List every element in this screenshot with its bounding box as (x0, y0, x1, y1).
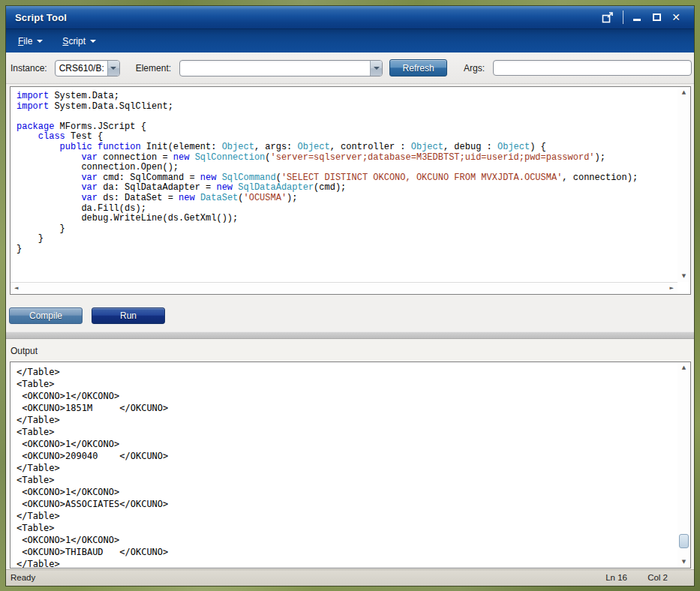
status-line-number: Ln 16 (605, 573, 627, 582)
maximize-button[interactable] (650, 11, 662, 23)
popout-icon[interactable] (602, 12, 615, 23)
window-title: Script Tool (6, 12, 67, 23)
title-bar[interactable]: Script Tool ✕ (6, 6, 694, 28)
desktop-background: Script Tool ✕ File (0, 0, 700, 591)
instance-combobox-dropdown-button[interactable] (107, 61, 119, 76)
menu-script[interactable]: Script (61, 34, 98, 49)
scroll-left-arrow-icon[interactable]: ◄ (14, 286, 18, 291)
scroll-right-arrow-icon[interactable]: ► (670, 286, 674, 291)
instance-combobox[interactable]: CRS610/B: (55, 60, 120, 76)
element-combobox-dropdown-button[interactable] (370, 61, 382, 76)
output-vertical-scrollbar[interactable]: ▲ ▼ (677, 362, 690, 568)
code-editor-content[interactable]: import System.Data;import System.Data.Sq… (11, 87, 677, 281)
instance-combobox-value: CRS610/B: (56, 61, 107, 76)
output-label: Output (11, 346, 38, 356)
compile-button[interactable]: Compile (9, 308, 83, 324)
output-content[interactable]: </Table><Table> <OKCONO>1</OKCONO> <OKCU… (11, 362, 677, 568)
maximize-icon (653, 14, 661, 21)
refresh-button[interactable]: Refresh (389, 59, 447, 76)
output-panel: Output </Table><Table> <OKCONO>1</OKCONO… (6, 339, 694, 569)
code-editor[interactable]: import System.Data;import System.Data.Sq… (10, 86, 691, 295)
close-button[interactable]: ✕ (670, 11, 682, 23)
scroll-down-arrow-icon[interactable]: ▼ (682, 560, 686, 565)
element-combobox-value (180, 61, 370, 76)
chevron-down-icon (90, 40, 96, 43)
scroll-up-arrow-icon[interactable]: ▲ (682, 90, 686, 95)
menu-script-label: Script (62, 36, 86, 46)
editor-workspace: import System.Data;import System.Data.Sq… (6, 84, 694, 332)
toolbar: Instance: CRS610/B: Element: Refresh Arg… (6, 52, 694, 84)
args-label: Args: (464, 63, 485, 74)
menu-file[interactable]: File (17, 34, 44, 49)
menu-file-label: File (18, 36, 32, 46)
menu-bar: File Script (6, 28, 694, 52)
output-area[interactable]: </Table><Table> <OKCONO>1</OKCONO> <OKCU… (10, 362, 691, 568)
action-buttons: Compile Run (9, 308, 165, 324)
args-input[interactable] (493, 60, 692, 76)
status-column-number: Col 2 (647, 573, 668, 582)
minimize-button[interactable] (631, 11, 643, 23)
run-button[interactable]: Run (92, 308, 165, 324)
scrollbar-thumb[interactable] (679, 534, 689, 548)
minimize-icon (633, 19, 641, 21)
status-ready-text: Ready (11, 573, 35, 582)
instance-label: Instance: (11, 63, 47, 74)
window-controls: ✕ (602, 10, 694, 24)
chevron-down-icon (110, 67, 116, 70)
status-bar: Ready Ln 16 Col 2 (6, 569, 694, 586)
splitter-handle[interactable] (6, 332, 694, 339)
element-label: Element: (136, 63, 171, 74)
scroll-up-arrow-icon[interactable]: ▲ (682, 365, 686, 370)
element-combobox[interactable] (179, 60, 383, 76)
scroll-down-arrow-icon[interactable]: ▼ (682, 274, 686, 279)
titlebar-separator (623, 10, 623, 24)
editor-vertical-scrollbar[interactable]: ▲ ▼ (677, 87, 690, 282)
chevron-down-icon (37, 40, 43, 43)
editor-horizontal-scrollbar[interactable]: ◄ ► (11, 282, 677, 294)
script-tool-window: Script Tool ✕ File (6, 6, 694, 586)
chevron-down-icon (374, 67, 380, 70)
